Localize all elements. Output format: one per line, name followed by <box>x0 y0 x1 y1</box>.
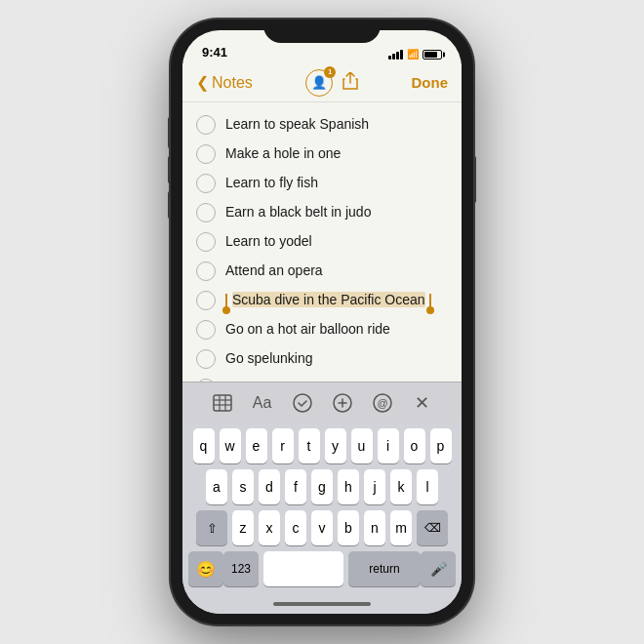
item-text-6: Attend an opera <box>225 262 323 281</box>
key-x[interactable]: x <box>259 510 280 545</box>
key-y[interactable]: y <box>325 428 346 463</box>
list-item: Earn a black belt in judo <box>182 198 462 227</box>
key-v[interactable]: v <box>311 510 333 545</box>
phone-screen: 9:41 📶 ❮ Notes <box>182 30 462 614</box>
keyboard-row-1: q w e r t y u i o p <box>185 428 459 463</box>
key-b[interactable]: b <box>338 510 359 545</box>
key-t[interactable]: t <box>299 428 320 463</box>
formatting-toolbar: Aa @ ✕ <box>182 382 462 423</box>
cursor-handle-left <box>225 294 227 309</box>
vol-up-button[interactable] <box>168 156 171 183</box>
phone-frame: 9:41 📶 ❮ Notes <box>171 20 473 624</box>
delete-key[interactable]: ⌫ <box>417 510 448 545</box>
emoji-key[interactable]: 😊 <box>188 551 223 586</box>
key-c[interactable]: c <box>285 510 306 545</box>
checkbox-1[interactable] <box>196 115 216 135</box>
key-l[interactable]: l <box>417 469 438 504</box>
shift-key[interactable]: ⇧ <box>196 510 227 545</box>
svg-rect-0 <box>214 395 231 411</box>
key-u[interactable]: u <box>351 428 373 463</box>
key-k[interactable]: k <box>390 469 412 504</box>
signal-icon <box>388 50 403 60</box>
number-key[interactable]: 123 <box>223 551 259 586</box>
key-z[interactable]: z <box>232 510 254 545</box>
item-text-4: Earn a black belt in judo <box>225 203 371 222</box>
list-item: Go spelunking <box>182 344 462 374</box>
key-d[interactable]: d <box>259 469 280 504</box>
key-h[interactable]: h <box>338 469 359 504</box>
keyboard: q w e r t y u i o p a s d f g h j k <box>182 423 462 594</box>
checkbox-2[interactable] <box>196 144 216 164</box>
nav-center: 👤 1 <box>305 69 358 97</box>
share-button[interactable] <box>342 72 358 94</box>
item-text-2: Make a hole in one <box>225 144 341 164</box>
user-icon-button[interactable]: 👤 1 <box>305 69 333 97</box>
item-text-1: Learn to speak Spanish <box>225 115 369 135</box>
key-e[interactable]: e <box>246 428 267 463</box>
key-w[interactable]: w <box>220 428 241 463</box>
done-button[interactable]: Done <box>411 74 448 91</box>
table-icon[interactable] <box>207 387 238 419</box>
list-item: Make a hole in one <box>182 140 462 169</box>
key-r[interactable]: r <box>272 428 294 463</box>
checkbox-7[interactable] <box>196 291 216 310</box>
home-bar <box>273 602 371 606</box>
item-text-8: Go on a hot air balloon ride <box>225 320 390 340</box>
back-button[interactable]: ❮ Notes <box>196 73 253 92</box>
vol-down-button[interactable] <box>168 191 171 219</box>
checkbox-6[interactable] <box>196 262 216 281</box>
status-time: 9:41 <box>202 45 227 60</box>
list-item: Learn to fly fish <box>182 169 462 198</box>
checkbox-5[interactable] <box>196 232 216 252</box>
keyboard-row-3: ⇧ z x c v b n m ⌫ <box>185 510 459 545</box>
content-area: Learn to speak Spanish Make a hole in on… <box>182 102 462 382</box>
list-item: Learn to speak Spanish <box>182 110 462 140</box>
at-icon[interactable]: @ <box>367 387 398 419</box>
list-item: Go on a hot air balloon ride <box>182 315 462 344</box>
battery-icon <box>423 50 442 60</box>
space-key[interactable] <box>263 551 343 586</box>
item-text-9: Go spelunking <box>225 349 313 369</box>
nav-bar: ❮ Notes 👤 1 Done <box>182 63 462 102</box>
checkbox-8[interactable] <box>196 320 216 340</box>
key-g[interactable]: g <box>311 469 333 504</box>
key-p[interactable]: p <box>430 428 452 463</box>
mic-key[interactable]: 🎤 <box>421 551 456 586</box>
item-text-7[interactable]: Scuba dive in the Pacific Ocean <box>225 291 431 310</box>
checkbox-4[interactable] <box>196 203 216 222</box>
key-i[interactable]: i <box>378 428 399 463</box>
key-s[interactable]: s <box>232 469 254 504</box>
key-m[interactable]: m <box>390 510 412 545</box>
back-label: Notes <box>212 74 253 92</box>
list-item: Learn to yodel <box>182 227 462 257</box>
notch <box>263 20 381 43</box>
list-item: Attend an opera <box>182 257 462 286</box>
list-item-selected: Scuba dive in the Pacific Ocean <box>182 286 462 315</box>
key-o[interactable]: o <box>404 428 425 463</box>
add-icon[interactable] <box>327 387 358 419</box>
close-icon[interactable]: ✕ <box>407 387 438 419</box>
power-button[interactable] <box>473 156 476 203</box>
cursor-handle-right <box>429 294 431 309</box>
return-key[interactable]: return <box>348 551 421 586</box>
svg-text:@: @ <box>377 397 387 409</box>
keyboard-row-bottom: 😊 123 return 🎤 <box>185 551 459 586</box>
list-item: See a solar eclipse <box>182 374 462 382</box>
key-n[interactable]: n <box>364 510 385 545</box>
status-icons: 📶 <box>388 49 442 60</box>
checkbox-3[interactable] <box>196 174 216 193</box>
key-f[interactable]: f <box>285 469 306 504</box>
text-format-icon[interactable]: Aa <box>247 387 278 419</box>
checklist-icon[interactable] <box>287 387 318 419</box>
wifi-icon: 📶 <box>407 49 419 60</box>
user-badge: 1 <box>324 66 336 78</box>
svg-point-5 <box>294 394 311 412</box>
back-chevron-icon: ❮ <box>196 73 209 92</box>
selected-text: Scuba dive in the Pacific Ocean <box>232 292 425 307</box>
key-j[interactable]: j <box>364 469 385 504</box>
key-a[interactable]: a <box>206 469 227 504</box>
person-icon: 👤 <box>311 75 327 90</box>
key-q[interactable]: q <box>193 428 215 463</box>
item-text-5: Learn to yodel <box>225 232 312 252</box>
checkbox-9[interactable] <box>196 349 216 369</box>
